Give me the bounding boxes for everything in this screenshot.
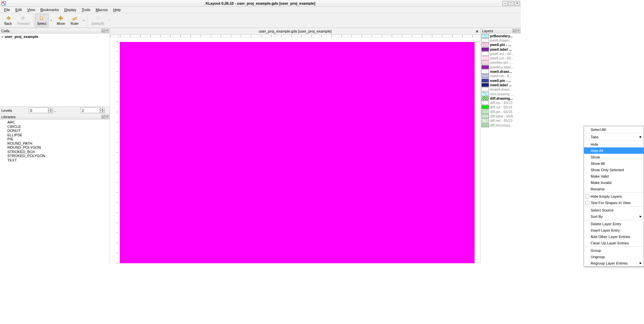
layer-name: dnwell.drawi... — [490, 87, 520, 91]
menu-bookmarks[interactable]: Bookmarks — [38, 7, 61, 12]
menu-file[interactable]: File — [1, 7, 13, 12]
layer-swatch — [481, 119, 489, 123]
layer-swatch — [481, 47, 489, 51]
layer-name: pwelliso.label... — [490, 65, 520, 69]
library-item[interactable]: PIE — [1, 137, 108, 141]
forward-button[interactable]: Forward — [15, 14, 32, 27]
panel-undock-button[interactable]: ◱ — [513, 29, 516, 33]
layer-row[interactable]: pwell.cut - 64... — [481, 56, 521, 60]
levels-separator: .. — [54, 108, 79, 112]
layer-row[interactable]: dnwell.drawi... — [481, 87, 521, 92]
library-item[interactable]: ELLIPSE — [1, 133, 108, 137]
layer-row[interactable]: diff.res - 65/13 — [481, 100, 521, 105]
layer-row[interactable]: diff.cut - 65/14 — [481, 105, 521, 109]
panel-undock-button[interactable]: ◱ — [101, 29, 105, 33]
layer-row[interactable]: diff.net - 65/23 — [481, 119, 521, 123]
toolbar-separator — [34, 15, 34, 26]
default-button[interactable]: (Default) — [89, 14, 106, 27]
layer-row[interactable]: vhvi.drawing ... — [481, 92, 521, 96]
layer-row[interactable]: pwell.pin - ... — [481, 43, 521, 47]
layer-swatch — [481, 38, 489, 42]
library-item[interactable]: ARC — [1, 120, 108, 125]
panel-close-button[interactable]: ✕ — [105, 115, 109, 119]
layer-swatch — [481, 74, 489, 78]
layer-row[interactable]: pwell.drawin... — [481, 38, 521, 42]
layer-row[interactable]: diff.label - 65/6 — [481, 114, 521, 118]
layout-canvas[interactable] — [110, 35, 480, 263]
menu-edit[interactable]: Edit — [13, 7, 24, 12]
layer-row[interactable]: nwell.pin - ... — [481, 78, 521, 83]
arrow-right-icon — [21, 15, 26, 21]
svg-line-4 — [73, 19, 74, 19]
library-item[interactable]: STROKED_BOX — [1, 150, 108, 154]
canvas-tab-bar: user_proj_example.gds [user_proj_example… — [110, 28, 480, 35]
menu-bar: File Edit View Bookmarks Display Tools M… — [0, 7, 521, 13]
circle-icon — [95, 15, 101, 21]
layer-name: nwell.drawi... — [490, 70, 520, 74]
library-item[interactable]: CIRCLE — [1, 125, 108, 129]
cells-panel-header: Cells ◱✕ — [0, 28, 110, 34]
cell-tree-item[interactable]: user_proj_example — [1, 34, 108, 39]
close-tab-icon[interactable]: × — [476, 29, 478, 34]
maximize-button[interactable]: □ — [508, 1, 514, 6]
menu-help[interactable]: Help — [110, 7, 123, 12]
layers-panel[interactable]: prBoundary...pwell.drawin...pwell.pin - … — [481, 34, 521, 263]
library-item[interactable]: TEXT — [1, 158, 108, 163]
cells-panel-title: Cells — [1, 29, 9, 33]
menu-macros[interactable]: Macros — [93, 7, 110, 12]
layer-row[interactable]: prBoundary... — [481, 34, 521, 38]
layer-row[interactable]: nwell.label ... — [481, 83, 521, 87]
library-item[interactable]: ROUND_POLYGON — [1, 145, 108, 150]
libraries-panel-header: Libraries ◱✕ — [0, 114, 110, 120]
layer-name: diff.res - 65/13 — [490, 101, 520, 105]
layer-swatch — [481, 92, 489, 96]
library-item[interactable]: STROKED_POLYGON — [1, 154, 108, 158]
layer-name: diff.label - 65/6 — [490, 114, 520, 118]
panel-close-button[interactable]: ✕ — [517, 29, 520, 33]
layer-row[interactable]: diff.boundary... — [481, 123, 521, 127]
layer-swatch — [481, 70, 489, 74]
spin-up[interactable]: ▴ — [100, 108, 105, 110]
layers-panel-title: Layers — [482, 29, 493, 33]
window-title: KLayout 0.28.10 - user_proj_example.gds … — [206, 1, 315, 5]
canvas-tab-title: user_proj_example.gds [user_proj_example… — [259, 29, 331, 33]
svg-point-7 — [96, 16, 100, 20]
select-dropdown[interactable]: ▾ — [49, 14, 54, 27]
library-item[interactable]: ROUND_PATH — [1, 141, 108, 146]
menu-view[interactable]: View — [24, 7, 38, 12]
layer-row[interactable]: pwell.res - 64... — [481, 51, 521, 56]
ruler-dropdown[interactable]: ▾ — [82, 14, 86, 27]
layer-row[interactable]: nwell.net - 8... — [481, 74, 521, 78]
panel-close-button[interactable]: ✕ — [105, 29, 109, 33]
level-to-input[interactable] — [80, 107, 100, 113]
ruler-button[interactable]: Ruler — [68, 14, 81, 27]
layer-row[interactable]: diff.drawing... — [481, 96, 521, 100]
layer-name: diff.pin - 65/16 — [490, 110, 520, 114]
default-dropdown[interactable]: ▾ — [107, 14, 112, 27]
move-button[interactable]: Move — [54, 14, 67, 27]
layer-row[interactable]: diff.pin - 65/16 — [481, 109, 521, 114]
cursor-icon — [39, 15, 45, 21]
close-button[interactable]: ✕ — [515, 1, 520, 6]
menu-display[interactable]: Display — [61, 7, 79, 12]
panel-undock-button[interactable]: ◱ — [101, 115, 105, 119]
level-from-input[interactable] — [29, 107, 48, 113]
levels-label: Levels — [1, 108, 28, 112]
libraries-panel[interactable]: ARC CIRCLE DONUT ELLIPSE PIE ROUND_PATH … — [0, 120, 110, 263]
layer-name: nwell.pin - ... — [490, 79, 520, 83]
select-button[interactable]: Select — [35, 14, 49, 27]
cells-panel[interactable]: user_proj_example — [0, 34, 110, 106]
minimize-button[interactable]: — — [502, 1, 508, 6]
layer-swatch — [481, 105, 489, 109]
back-button[interactable]: Back — [1, 14, 15, 27]
ruler-vertical — [116, 35, 118, 263]
layer-row[interactable]: pwelliso.pin -... — [481, 60, 521, 65]
spin-down[interactable]: ▾ — [48, 110, 53, 113]
spin-up[interactable]: ▴ — [48, 108, 53, 110]
library-item[interactable]: DONUT — [1, 129, 108, 133]
layer-row[interactable]: nwell.drawi... — [481, 69, 521, 74]
layer-row[interactable]: pwell.label ... — [481, 47, 521, 51]
spin-down[interactable]: ▾ — [100, 110, 105, 113]
layer-row[interactable]: pwelliso.label... — [481, 65, 521, 69]
menu-tools[interactable]: Tools — [79, 7, 93, 12]
